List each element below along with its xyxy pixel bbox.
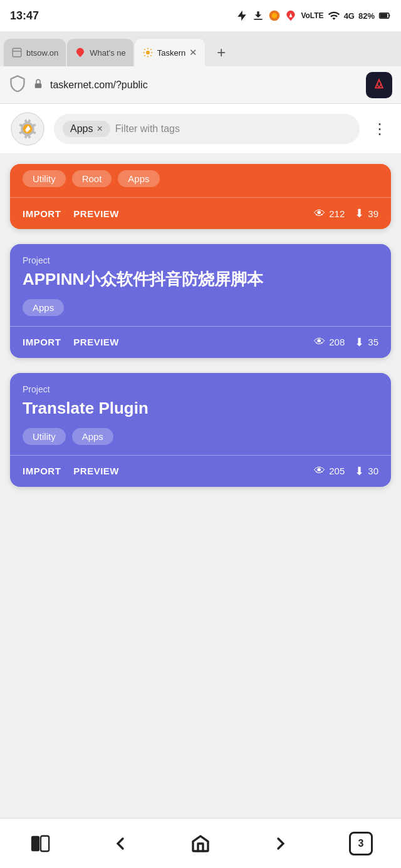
card2-downloads-count: 30 xyxy=(368,466,378,476)
tab3-label: Taskern xyxy=(157,48,186,58)
card1-footer: IMPORT PREVIEW 👁 208 ⬇ 35 xyxy=(10,327,391,358)
partial-import-button[interactable]: IMPORT xyxy=(23,208,61,219)
partial-views-stat: 👁 212 xyxy=(314,207,345,220)
filter-tag-close-icon[interactable]: × xyxy=(96,123,102,135)
battery-level: 82% xyxy=(358,11,375,21)
browser-tab-3[interactable]: Taskern ✕ xyxy=(135,39,206,66)
svg-rect-14 xyxy=(31,835,39,850)
cards-container: Utility Root Apps IMPORT PREVIEW 👁 212 ⬇… xyxy=(0,154,401,562)
card1-tag-apps[interactable]: Apps xyxy=(23,299,64,316)
eye-icon: 👁 xyxy=(314,207,325,220)
card1-stats: 👁 208 ⬇ 35 xyxy=(314,335,378,349)
browser-icon xyxy=(268,9,281,22)
svg-rect-1 xyxy=(254,19,263,20)
card2-views: 👁 205 xyxy=(314,464,345,477)
partial-tag-apps[interactable]: Apps xyxy=(118,170,159,187)
browser-tab-2[interactable]: What's ne xyxy=(67,39,133,66)
partial-card: Utility Root Apps IMPORT PREVIEW 👁 212 ⬇… xyxy=(10,164,391,229)
card-1: Project APPINN小众软件抖音防烧屏脚本 Apps IMPORT PR… xyxy=(10,244,391,358)
card1-views-count: 208 xyxy=(329,337,345,347)
lightning-icon xyxy=(236,9,248,22)
partial-views-count: 212 xyxy=(329,208,345,219)
filter-bar[interactable]: Apps × Filter with tags xyxy=(54,114,360,144)
battery-icon xyxy=(378,9,391,22)
svg-point-9 xyxy=(146,51,150,54)
filter-placeholder: Filter with tags xyxy=(115,123,180,135)
apps-filter-tag[interactable]: Apps × xyxy=(63,121,110,137)
tab1-favicon xyxy=(11,47,23,58)
vivaldi-browser-button[interactable] xyxy=(366,72,392,98)
partial-tag-utility[interactable]: Utility xyxy=(23,170,66,187)
card2-title: Translate Plugin xyxy=(23,398,378,419)
wifi-icon xyxy=(328,9,340,22)
app-header: Apps × Filter with tags ⋮ xyxy=(0,104,401,154)
shield-icon xyxy=(9,74,26,96)
svg-rect-10 xyxy=(35,83,42,88)
address-input[interactable] xyxy=(50,79,360,91)
card2-tag-apps[interactable]: Apps xyxy=(72,428,113,445)
home-icon xyxy=(190,834,211,854)
tab-count-label: 3 xyxy=(358,838,364,849)
partial-tag-root[interactable]: Root xyxy=(72,170,112,187)
tab2-label: What's ne xyxy=(90,48,125,58)
card2-stats: 👁 205 ⬇ 30 xyxy=(314,464,378,478)
card1-download-icon: ⬇ xyxy=(355,335,364,349)
card2-tags: Utility Apps xyxy=(23,428,378,445)
card1-tags: Apps xyxy=(23,299,378,316)
svg-rect-15 xyxy=(41,835,49,850)
more-options-button[interactable]: ⋮ xyxy=(368,118,391,140)
partial-card-footer: IMPORT PREVIEW 👁 212 ⬇ 39 xyxy=(10,198,391,229)
partial-card-tags: Utility Root Apps xyxy=(23,170,378,187)
network-badge: 4G xyxy=(344,11,355,21)
sidebar-icon xyxy=(30,834,50,854)
card1-type: Project xyxy=(23,255,378,265)
svg-marker-0 xyxy=(238,11,246,21)
status-icons: VoLTE 4G 82% xyxy=(236,9,391,22)
card2-tag-utility[interactable]: Utility xyxy=(23,428,66,445)
partial-downloads-stat: ⬇ 39 xyxy=(355,207,378,220)
browser-tabs-bar: btsow.on What's ne Taskern ✕ + xyxy=(0,31,401,66)
download-icon xyxy=(252,9,264,22)
card1-preview-button[interactable]: PREVIEW xyxy=(73,337,119,347)
card1-downloads-count: 35 xyxy=(368,337,378,347)
card2-type: Project xyxy=(23,384,378,394)
new-tab-button[interactable]: + xyxy=(209,39,234,66)
forward-button[interactable] xyxy=(262,825,299,862)
tab2-favicon xyxy=(75,47,86,58)
card1-title: APPINN小众软件抖音防烧屏脚本 xyxy=(23,269,378,290)
card1-views: 👁 208 xyxy=(314,335,345,349)
card2-preview-button[interactable]: PREVIEW xyxy=(73,466,119,476)
svg-rect-7 xyxy=(13,48,21,57)
sidebar-toggle-button[interactable] xyxy=(21,825,59,862)
tab-switcher-button[interactable]: 3 xyxy=(342,825,380,862)
card2-downloads: ⬇ 30 xyxy=(355,464,378,478)
tab3-close-icon[interactable]: ✕ xyxy=(189,47,197,58)
tab1-label: btsow.on xyxy=(26,48,58,58)
home-button[interactable] xyxy=(182,825,219,862)
card-2: Project Translate Plugin Utility Apps IM… xyxy=(10,373,391,487)
address-bar xyxy=(0,66,401,104)
bottom-spacer xyxy=(10,502,391,552)
card2-import-button[interactable]: IMPORT xyxy=(23,466,61,476)
status-time: 13:47 xyxy=(10,9,39,23)
svg-rect-6 xyxy=(380,14,388,18)
tab3-favicon xyxy=(142,47,154,58)
browser-tab-1[interactable]: btsow.on xyxy=(4,39,66,66)
card1-downloads: ⬇ 35 xyxy=(355,335,378,349)
volte-icon: VoLTE xyxy=(301,11,323,20)
svg-rect-5 xyxy=(389,14,390,16)
filter-tag-label: Apps xyxy=(70,123,93,135)
card1-eye-icon: 👁 xyxy=(314,335,325,349)
back-icon xyxy=(110,834,130,854)
vivaldi-v-icon xyxy=(371,77,387,93)
vivaldi-icon xyxy=(284,9,297,22)
app-logo xyxy=(10,111,45,146)
forward-icon xyxy=(271,834,291,854)
card2-eye-icon: 👁 xyxy=(314,464,325,477)
card1-import-button[interactable]: IMPORT xyxy=(23,337,61,347)
lock-icon xyxy=(33,78,44,92)
status-bar: 13:47 VoLTE 4G 82% xyxy=(0,0,401,31)
partial-preview-button[interactable]: PREVIEW xyxy=(73,208,119,219)
back-button[interactable] xyxy=(102,825,139,862)
card2-footer: IMPORT PREVIEW 👁 205 ⬇ 30 xyxy=(10,456,391,487)
